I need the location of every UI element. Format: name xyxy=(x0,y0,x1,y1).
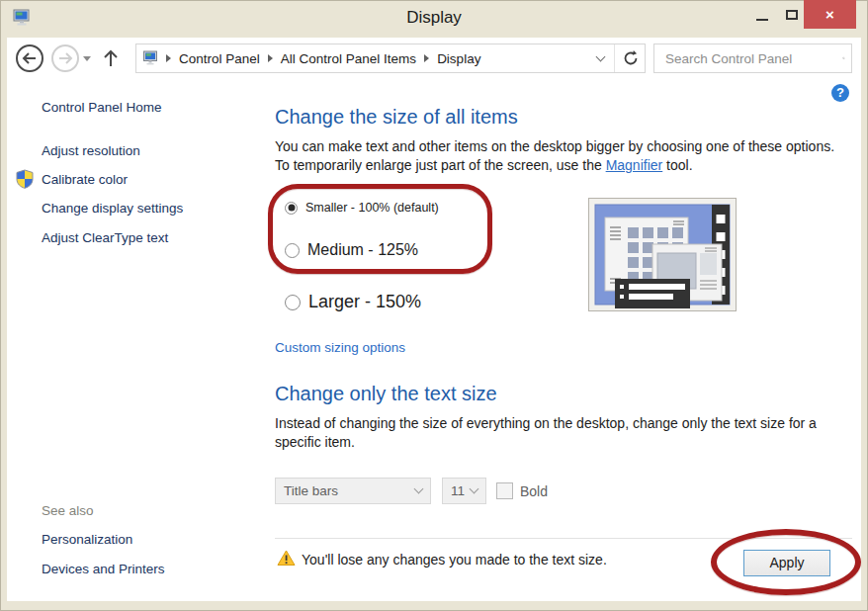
section1-description: You can make text and other items on the… xyxy=(275,137,852,175)
sidebar-item-adjust-cleartype[interactable]: Adjust ClearType text xyxy=(42,230,168,245)
chevron-down-icon xyxy=(414,484,424,494)
apply-button[interactable]: Apply xyxy=(743,550,830,576)
uac-shield-icon xyxy=(15,169,35,189)
up-arrow-icon xyxy=(99,45,123,71)
sidebar-item-adjust-resolution[interactable]: Adjust resolution xyxy=(42,143,140,158)
description-text: tool. xyxy=(662,157,692,173)
radio-button-larger[interactable] xyxy=(285,295,301,310)
magnifier-link[interactable]: Magnifier xyxy=(606,157,663,173)
up-button[interactable] xyxy=(99,45,123,71)
sidebar-item-calibrate-color[interactable]: Calibrate color xyxy=(42,172,128,187)
chevron-down-icon xyxy=(470,484,479,494)
bold-checkbox-label[interactable]: Bold xyxy=(520,483,548,499)
breadcrumb-separator-icon xyxy=(424,54,429,62)
breadcrumb-separator-icon xyxy=(166,54,171,62)
maximize-button[interactable] xyxy=(777,0,807,30)
see-also-label: See also xyxy=(42,503,94,518)
divider xyxy=(275,538,852,539)
radio-button-smaller[interactable] xyxy=(285,202,298,215)
maximize-icon xyxy=(786,10,798,20)
radio-option-medium[interactable]: Medium - 125% xyxy=(285,241,418,259)
display-preview-image xyxy=(588,198,737,311)
address-bar[interactable]: Control Panel All Control Panel Items Di… xyxy=(135,44,646,73)
title-bar: Display × xyxy=(0,0,868,38)
forward-arrow-icon xyxy=(53,46,77,70)
section-title-text-size: Change only the text size xyxy=(275,383,497,405)
close-button[interactable]: × xyxy=(804,0,856,29)
address-dropdown-chevron-icon[interactable] xyxy=(596,51,606,61)
breadcrumb-item-display[interactable]: Display xyxy=(435,51,482,66)
sidebar-item-personalization[interactable]: Personalization xyxy=(42,532,132,547)
radio-option-smaller[interactable]: Smaller - 100% (default) xyxy=(285,201,439,215)
sidebar-item-devices-printers[interactable]: Devices and Printers xyxy=(42,562,165,576)
radio-label-larger[interactable]: Larger - 150% xyxy=(308,292,421,312)
window-title: Display xyxy=(0,8,868,28)
back-button[interactable] xyxy=(16,44,43,72)
font-size-select[interactable]: 11 xyxy=(442,478,486,504)
text-item-select[interactable]: Title bars xyxy=(275,478,431,504)
minimize-button[interactable] xyxy=(747,0,777,30)
font-size-select-value: 11 xyxy=(451,483,465,498)
radio-label-medium[interactable]: Medium - 125% xyxy=(307,241,418,259)
search-input[interactable] xyxy=(663,50,842,67)
custom-sizing-options-link[interactable]: Custom sizing options xyxy=(275,340,405,355)
back-arrow-icon xyxy=(18,46,42,70)
search-icon[interactable] xyxy=(842,49,845,67)
forward-button[interactable] xyxy=(51,44,79,72)
minimize-icon xyxy=(756,19,768,21)
radio-button-medium[interactable] xyxy=(285,243,300,258)
breadcrumb-separator-icon xyxy=(268,54,273,62)
display-settings-window: Display × Control Pan xyxy=(0,0,868,611)
radio-selected-dot xyxy=(288,205,295,212)
breadcrumb-display-icon xyxy=(142,50,160,66)
section-title-size-all-items: Change the size of all items xyxy=(275,106,518,129)
radio-option-larger[interactable]: Larger - 150% xyxy=(285,292,421,312)
text-item-select-value: Title bars xyxy=(284,483,338,498)
radio-label-smaller[interactable]: Smaller - 100% (default) xyxy=(305,201,439,215)
breadcrumb-item-control-panel[interactable]: Control Panel xyxy=(177,51,262,66)
section2-description: Instead of changing the size of everythi… xyxy=(275,414,856,452)
divider xyxy=(614,44,615,72)
recent-pages-chevron-icon[interactable] xyxy=(83,56,91,61)
breadcrumb-item-all-items[interactable]: All Control Panel Items xyxy=(279,51,418,66)
refresh-icon[interactable] xyxy=(621,48,641,68)
sidebar-item-change-display-settings[interactable]: Change display settings xyxy=(42,201,183,216)
warning-text: You'll lose any changes you made to the … xyxy=(302,552,607,567)
sidebar-item-control-panel-home[interactable]: Control Panel Home xyxy=(42,100,162,115)
bold-checkbox[interactable] xyxy=(496,482,513,499)
help-button[interactable]: ? xyxy=(831,84,849,102)
description-text: You can make text and other items on the… xyxy=(275,138,834,173)
warning-icon xyxy=(277,550,296,567)
search-box[interactable] xyxy=(653,44,852,73)
